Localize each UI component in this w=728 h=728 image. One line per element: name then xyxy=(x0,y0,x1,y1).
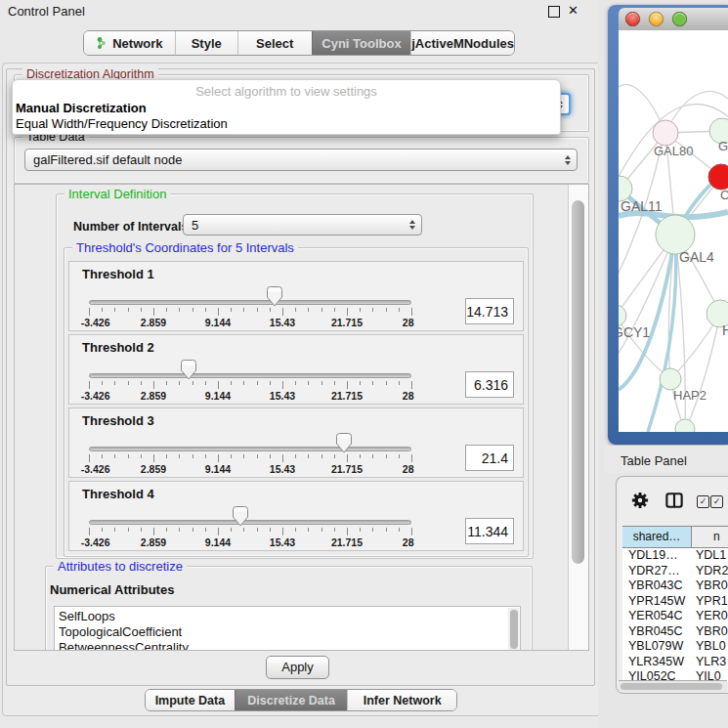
attribute-item[interactable]: SelfLoops xyxy=(59,609,520,624)
table-row[interactable]: YPR145W YPR1 xyxy=(622,594,728,610)
cell-shared-name[interactable]: YBR043C xyxy=(622,578,692,594)
combo-value: 5 xyxy=(192,218,198,233)
table-row[interactable]: YBR045C YBR0 xyxy=(622,624,728,640)
attribute-item[interactable]: BetweennessCentrality xyxy=(59,640,520,651)
float-window-icon[interactable] xyxy=(548,6,560,18)
table-data-combobox[interactable]: galFiltered.sif default node xyxy=(24,149,578,171)
threshold-value-field[interactable]: 6.316 xyxy=(465,371,514,398)
table-row[interactable]: YBL079W YBL0 xyxy=(622,639,728,655)
cell-name[interactable]: YPR1 xyxy=(692,594,728,610)
cell-name[interactable]: YDL1 xyxy=(692,548,728,564)
slider-ticks xyxy=(89,381,411,390)
dropdown-option-manual-discretization[interactable]: Manual Discretization xyxy=(16,101,147,115)
cell-shared-name[interactable]: YDR27… xyxy=(622,564,692,579)
table-horizontal-scrollbar[interactable] xyxy=(619,680,727,692)
network-node-gcy1[interactable] xyxy=(619,305,626,326)
table-panel-titlebar: Table Panel xyxy=(604,446,728,473)
dropdown-option-equal-width[interactable]: Equal Width/Frequency Discretization xyxy=(16,116,228,131)
close-icon[interactable]: ✕ xyxy=(568,3,578,18)
network-node-gal80[interactable] xyxy=(653,120,678,146)
cell-name[interactable]: YER0 xyxy=(692,609,728,624)
threshold-value-field[interactable]: 11.344 xyxy=(465,518,514,544)
scale-label: 9.144 xyxy=(205,390,231,402)
table-row[interactable]: YBR043C YBR0 xyxy=(622,578,728,594)
cell-shared-name[interactable]: YER054C xyxy=(622,609,692,624)
cell-name[interactable]: YBL0 xyxy=(692,639,728,655)
slider-thumb[interactable] xyxy=(181,360,196,380)
mac-close-button[interactable] xyxy=(625,12,640,26)
cell-shared-name[interactable]: YDL19… xyxy=(622,548,692,564)
slider-thumb[interactable] xyxy=(267,286,282,307)
scale-label: -3.426 xyxy=(81,317,110,328)
slider-track[interactable] xyxy=(89,373,411,378)
num-intervals-combobox[interactable]: 5 xyxy=(183,214,422,236)
tab-jactivemnodules[interactable]: jActiveMNodules xyxy=(410,31,514,55)
node-label: HAP2 xyxy=(673,388,707,403)
cell-shared-name[interactable]: YPR145W xyxy=(622,594,692,610)
attributes-list-scrollbar[interactable] xyxy=(508,608,519,651)
settings-gear-icon[interactable] xyxy=(631,492,649,513)
slider-scale-labels: -3.426 2.859 9.144 15.43 21.715 28 xyxy=(89,390,411,402)
cell-shared-name[interactable]: YLR345W xyxy=(622,655,692,670)
cell-shared-name[interactable]: YBL079W xyxy=(622,639,692,655)
threshold-panel: Threshold 1 xyxy=(68,261,524,331)
cell-name[interactable]: YBR0 xyxy=(692,578,728,594)
network-node-gal4[interactable] xyxy=(656,215,695,254)
slider-thumb[interactable] xyxy=(336,433,352,453)
attributes-box: Attributes to discretize Numerical Attri… xyxy=(45,566,533,651)
slider-track[interactable] xyxy=(89,520,411,525)
scale-label: 2.859 xyxy=(141,390,166,402)
cell-name[interactable]: YDR2 xyxy=(692,564,728,579)
node-label: G xyxy=(718,139,728,153)
slider-track[interactable] xyxy=(89,447,411,451)
tab-infer-network[interactable]: Infer Network xyxy=(347,690,456,710)
apply-button[interactable]: Apply xyxy=(266,656,329,679)
cell-shared-name[interactable]: YBR045C xyxy=(622,624,692,640)
network-graph: GAL80 G C GAL11 GAL4 GCY1 H HAP2 xyxy=(619,30,728,432)
network-canvas[interactable]: GAL80 G C GAL11 GAL4 GCY1 H HAP2 xyxy=(619,30,728,432)
tab-network[interactable]: Network xyxy=(84,31,175,55)
node-label: GAL11 xyxy=(621,198,663,214)
column-header-name[interactable]: n xyxy=(692,527,728,547)
cell-name[interactable]: YLR3 xyxy=(692,655,728,670)
tab-impute-data[interactable]: Impute Data xyxy=(146,690,235,710)
tab-discretize-data[interactable]: Discretize Data xyxy=(235,690,348,710)
tab-cyni-toolbox[interactable]: Cyni Toolbox xyxy=(312,31,411,55)
scale-label: 21.715 xyxy=(331,463,363,475)
scale-label: 21.715 xyxy=(331,317,363,328)
tab-label: jActiveMNodules xyxy=(411,36,514,51)
tab-select[interactable]: Select xyxy=(237,31,312,55)
table-row[interactable]: YDR27… YDR2 xyxy=(622,564,728,579)
cell-name[interactable]: YBR0 xyxy=(692,624,728,640)
scale-label: 15.43 xyxy=(270,317,295,328)
column-header-shared-name[interactable]: shared… xyxy=(622,527,692,547)
combo-stepper-icon xyxy=(409,220,415,230)
section-title: Attributes to discretize xyxy=(54,559,187,574)
slider-thumb[interactable] xyxy=(233,506,248,527)
threshold-slider: -3.426 2.859 9.144 15.43 21.715 28 xyxy=(89,262,411,332)
threshold-value-field[interactable]: 21.4 xyxy=(465,445,514,471)
network-node-hap2[interactable] xyxy=(660,368,681,390)
checkbox-icon[interactable]: ✓ xyxy=(697,495,709,508)
table-row[interactable]: YDL19… YDL1 xyxy=(622,548,728,564)
table-row[interactable]: YLR345W YLR3 xyxy=(622,655,728,670)
mac-zoom-button[interactable] xyxy=(672,12,687,26)
mac-minimize-button[interactable] xyxy=(649,12,664,26)
tab-style[interactable]: Style xyxy=(175,31,237,55)
table-row[interactable]: YER054C YER0 xyxy=(622,609,728,624)
threshold-value-field[interactable]: 14.713 xyxy=(465,298,514,324)
column-layout-icon[interactable] xyxy=(665,492,683,512)
scale-label: 28 xyxy=(403,536,414,548)
attribute-item[interactable]: TopologicalCoefficient xyxy=(59,624,520,640)
control-panel-tabbar: Network Style Select Cyni Toolbox jActiv… xyxy=(83,30,515,56)
slider-ticks xyxy=(89,454,411,463)
control-panel-titlebar: Control Panel ✕ xyxy=(0,0,604,21)
scale-label: 15.43 xyxy=(270,536,295,548)
settings-vertical-scrollbar[interactable] xyxy=(568,185,588,650)
scale-label: -3.426 xyxy=(81,390,110,402)
node-label: C xyxy=(720,188,728,202)
network-node-bottom[interactable] xyxy=(675,419,695,432)
table-body: YDL19… YDL1 YDR27… YDR2 YBR043C YBR0 xyxy=(622,548,728,682)
checkbox-icon[interactable]: ✓ xyxy=(710,495,723,508)
slider-track[interactable] xyxy=(89,300,411,305)
